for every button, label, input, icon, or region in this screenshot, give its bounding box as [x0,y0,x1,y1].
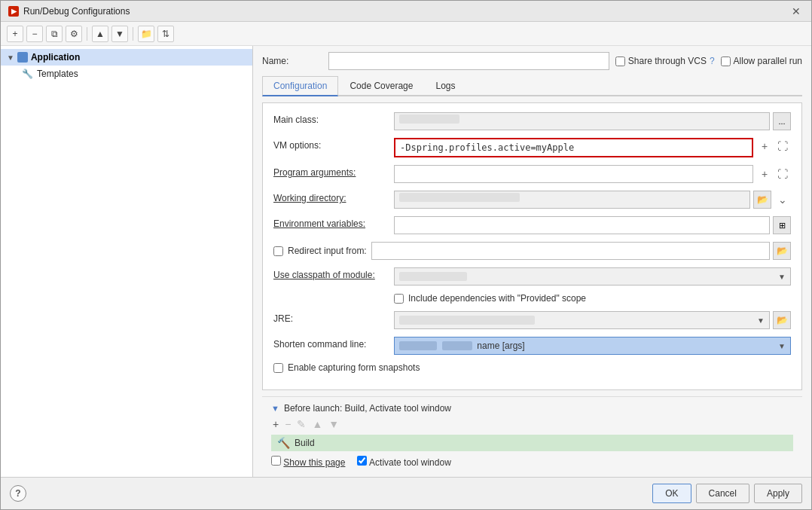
show-page-checkbox[interactable] [271,456,281,466]
vm-options-add-button[interactable]: + [756,138,773,154]
before-launch-remove-button[interactable]: − [283,418,292,430]
jre-value [399,316,535,325]
enable-snapshots-label: Enable capturing form snapshots [288,362,420,373]
working-dir-expand-button[interactable]: ⌄ [774,191,791,208]
redirect-input-checkbox[interactable] [273,246,283,256]
copy-button[interactable]: ⧉ [46,26,63,42]
tab-configuration[interactable]: Configuration [262,76,338,96]
tab-logs[interactable]: Logs [424,76,466,96]
working-dir-label: Working directory: [273,191,394,203]
main-class-input[interactable] [394,112,770,130]
before-launch-move-down-button[interactable]: ▼ [327,418,340,430]
classpath-module-row: Use classpath of module: ▼ [273,267,791,286]
vm-options-right: -Dspring.profiles.active=myApple + ⛶ [394,138,791,157]
share-vcs-checkbox[interactable] [615,56,625,66]
enable-snapshots-row: Enable capturing form snapshots [273,362,791,373]
working-dir-row: Working directory: 📂 ⌄ [273,191,791,209]
enable-snapshots-checkbox[interactable] [273,363,283,373]
right-panel: Name: Share through VCS ? Allow parallel… [253,46,811,477]
jre-input-group: ▼ 📂 [394,311,791,329]
application-icon [17,52,28,63]
move-down-button[interactable]: ▼ [111,26,128,42]
toolbar: + − ⧉ ⚙ ▲ ▼ 📁 ⇅ [1,22,811,46]
before-launch-edit-button[interactable]: ✎ [295,418,307,430]
allow-parallel-label: Allow parallel run [734,56,802,66]
name-input[interactable] [328,52,609,70]
jre-browse-button[interactable]: 📂 [773,311,791,329]
program-args-expand-btns: + ⛶ [756,166,791,182]
main-class-browse-button[interactable]: ... [773,112,791,130]
ok-button[interactable]: OK [652,484,691,503]
action-buttons: OK Cancel Apply [652,484,802,503]
classpath-module-dropdown[interactable]: ▼ [394,267,791,286]
before-launch-move-up-button[interactable]: ▲ [310,418,324,430]
program-args-input-group: + ⛶ [394,165,791,183]
program-args-add-button[interactable]: + [756,166,773,182]
before-launch-arrow-icon[interactable]: ▼ [271,404,279,413]
shorten-cmd-part1 [399,341,437,350]
share-vcs-label: Share through VCS [628,56,707,66]
jre-dropdown[interactable]: ▼ [394,311,770,329]
application-label: Application [31,52,80,63]
main-class-row: Main class: ... [273,112,791,130]
before-launch-section: ▼ Before launch: Build, Activate tool wi… [262,396,802,474]
redirect-input-browse-button[interactable]: 📂 [773,242,791,260]
before-launch-toolbar: + − ✎ ▲ ▼ [271,418,793,430]
cancel-button[interactable]: Cancel [696,484,749,503]
vm-options-row: VM options: -Dspring.profiles.active=myA… [273,138,791,157]
sort-button[interactable]: ⇅ [157,26,174,42]
working-dir-input[interactable] [394,191,750,209]
activate-window-label: Activate tool window [369,457,451,468]
settings-button[interactable]: ⚙ [66,26,82,42]
name-row: Name: Share through VCS ? Allow parallel… [262,52,802,70]
include-deps-label: Include dependencies with "Provided" sco… [408,293,586,304]
templates-label: Templates [37,69,78,79]
working-dir-input-group: 📂 ⌄ [394,191,791,209]
left-panel: ▼ Application 🔧 Templates [1,46,253,477]
env-vars-input-group: ⊞ [394,216,791,234]
allow-parallel-checkbox[interactable] [721,56,731,66]
build-list-item[interactable]: 🔨 Build [271,435,793,451]
add-button[interactable]: + [7,26,23,42]
vm-options-expand-button[interactable]: ⛶ [774,138,791,154]
main-class-label: Main class: [273,112,394,125]
before-launch-header: ▼ Before launch: Build, Activate tool wi… [271,403,793,414]
classpath-module-input-group: ▼ [394,267,791,286]
build-icon: 🔨 [277,437,290,449]
close-button[interactable]: ✕ [789,4,804,19]
redirect-input-label: Redirect input from: [288,246,367,256]
tab-code-coverage[interactable]: Code Coverage [338,76,424,96]
env-vars-browse-button[interactable]: ⊞ [773,216,791,234]
main-class-input-group: ... [394,112,791,130]
redirect-input-field[interactable] [371,242,770,260]
folder-button[interactable]: 📁 [138,26,154,42]
include-deps-checkbox[interactable] [394,294,404,304]
vm-options-label: VM options: [273,138,394,151]
form-area: Main class: ... VM options: -Dspring.pro… [262,102,802,390]
bottom-checkbox-show-page: Show this page [271,456,345,468]
application-tree-item[interactable]: ▼ Application [1,49,252,66]
env-vars-input[interactable] [394,216,770,234]
shorten-cmd-input-group: name [args] ▼ [394,337,791,355]
before-launch-add-button[interactable]: + [271,418,280,430]
collapse-arrow-icon: ▼ [7,53,14,62]
question-mark-icon[interactable]: ? [710,56,715,66]
working-dir-browse-button[interactable]: 📂 [753,191,771,209]
vm-options-input[interactable]: -Dspring.profiles.active=myApple [394,138,753,157]
program-args-input[interactable] [394,165,753,183]
move-up-button[interactable]: ▲ [92,26,108,42]
wrench-icon: 🔧 [22,69,32,79]
include-deps-row: Include dependencies with "Provided" sco… [394,293,791,304]
jre-arrow-icon: ▼ [757,316,765,325]
run-debug-config-dialog: ▶ Run/Debug Configurations ✕ + − ⧉ ⚙ ▲ ▼… [0,0,812,510]
activate-window-checkbox[interactable] [357,456,367,466]
apply-button[interactable]: Apply [754,484,802,503]
dialog-title: Run/Debug Configurations [23,6,130,17]
show-page-label: Show this page [283,457,345,468]
remove-button[interactable]: − [26,26,43,42]
env-vars-label: Environment variables: [273,216,394,229]
program-args-expand-button[interactable]: ⛶ [774,166,791,182]
help-button[interactable]: ? [10,485,26,502]
templates-tree-item[interactable]: 🔧 Templates [1,66,252,82]
shorten-cmd-dropdown[interactable]: name [args] ▼ [394,337,791,355]
